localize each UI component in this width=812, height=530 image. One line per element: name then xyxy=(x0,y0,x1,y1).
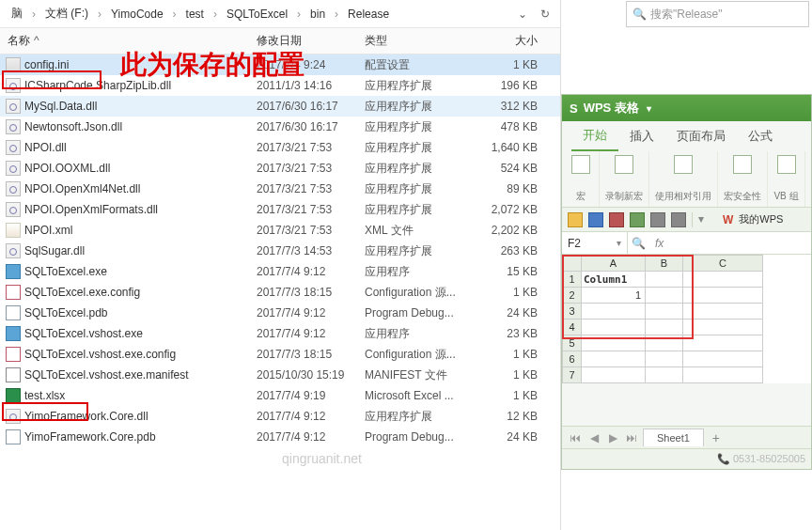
search-input[interactable]: 🔍 搜索"Release" xyxy=(626,1,809,27)
chevron-down-icon[interactable]: ▾ xyxy=(698,212,713,227)
file-size: 89 KB xyxy=(479,182,545,195)
save-icon[interactable] xyxy=(588,212,603,227)
ribbon-group[interactable]: 宏 xyxy=(562,151,600,207)
file-list: config.ini2017/7/4 9:24配置设置1 KBICSharpCo… xyxy=(0,55,560,447)
file-type: 应用程序扩展 xyxy=(357,78,479,94)
row-header[interactable]: 7 xyxy=(563,367,582,383)
file-row[interactable]: YimoFramework.Core.pdb2017/7/4 9:12Progr… xyxy=(0,427,560,447)
tab-页面布局[interactable]: 页面布局 xyxy=(665,122,737,150)
file-icon xyxy=(6,285,21,300)
grid-cell[interactable] xyxy=(683,367,763,383)
wps-spreadsheet: S WPS 表格 ▾ 开始插入页面布局公式 宏录制新宏使用相对引用宏安全性VB … xyxy=(561,94,812,470)
file-icon xyxy=(6,429,21,444)
title-dropdown-icon[interactable]: ▾ xyxy=(647,103,651,114)
ribbon-group[interactable]: 宏安全性 xyxy=(718,151,768,207)
wps-logo-icon: S xyxy=(570,101,578,116)
file-row[interactable]: SQLToExcel.exe2017/7/4 9:12应用程序15 KB xyxy=(0,261,560,282)
refresh-icon[interactable]: ↻ xyxy=(536,5,554,23)
grid-cell[interactable] xyxy=(582,367,646,383)
grid-cell[interactable] xyxy=(646,351,683,367)
grid-cell[interactable] xyxy=(683,320,763,335)
grid-cell[interactable] xyxy=(683,288,763,304)
add-sheet-icon[interactable]: + xyxy=(708,430,725,445)
name-box[interactable]: F2▾ xyxy=(562,232,628,254)
file-row[interactable]: test.xlsx2017/7/4 9:19Microsoft Excel ..… xyxy=(0,385,560,406)
file-row[interactable]: NPOI.xml2017/3/21 7:53XML 文件2,202 KB xyxy=(0,220,560,241)
file-size: 24 KB xyxy=(479,306,545,320)
file-date: 2017/3/21 7:53 xyxy=(249,162,357,175)
grid-cell[interactable] xyxy=(683,351,763,367)
file-row[interactable]: Newtonsoft.Json.dll2017/6/30 16:17应用程序扩展… xyxy=(0,117,560,137)
breadcrumb-item[interactable]: bin xyxy=(304,4,331,24)
file-icon xyxy=(6,305,21,320)
ribbon-icon xyxy=(777,155,796,174)
breadcrumb[interactable]: 脑›文档 (F:)›YimoCode›test›SQLToExcel›bin›R… xyxy=(0,0,560,28)
file-row[interactable]: NPOI.dll2017/3/21 7:53应用程序扩展1,640 KB xyxy=(0,137,560,158)
file-row[interactable]: SQLToExcel.exe.config2017/7/3 18:15Confi… xyxy=(0,282,560,303)
ribbon-group[interactable]: VB 组 xyxy=(768,151,805,207)
sheet-nav-last-icon[interactable]: ⏭ xyxy=(624,431,639,444)
file-row[interactable]: SqlSugar.dll2017/7/3 14:53应用程序扩展263 KB xyxy=(0,241,560,261)
tab-插入[interactable]: 插入 xyxy=(618,122,665,150)
redo-icon[interactable] xyxy=(671,212,686,227)
tab-开始[interactable]: 开始 xyxy=(571,121,618,151)
breadcrumb-item[interactable]: 脑 xyxy=(6,2,28,25)
file-size: 23 KB xyxy=(479,327,545,340)
file-date: 2017/7/3 18:15 xyxy=(249,348,357,361)
breadcrumb-item[interactable]: 文档 (F:) xyxy=(39,2,94,25)
ribbon-group[interactable]: 录制新宏 xyxy=(600,151,649,207)
file-row[interactable]: NPOI.OpenXmlFormats.dll2017/3/21 7:53应用程… xyxy=(0,199,560,220)
file-row[interactable]: MySql.Data.dll2017/6/30 16:17应用程序扩展312 K… xyxy=(0,96,560,117)
grid-cell[interactable] xyxy=(683,335,763,351)
grid-cell[interactable] xyxy=(683,272,763,288)
undo-icon[interactable] xyxy=(650,212,665,227)
file-icon xyxy=(6,409,21,424)
spreadsheet-grid[interactable]: ABC1Column12134567 xyxy=(562,255,811,383)
file-size: 15 KB xyxy=(479,265,545,278)
file-icon xyxy=(6,99,21,114)
sheet-nav-first-icon[interactable]: ⏮ xyxy=(568,431,583,444)
annotation-box-grid xyxy=(562,255,694,339)
file-row[interactable]: NPOI.OpenXml4Net.dll2017/3/21 7:53应用程序扩展… xyxy=(0,179,560,199)
fx-icon[interactable]: fx xyxy=(649,237,669,250)
breadcrumb-item[interactable]: SQLToExcel xyxy=(221,4,293,24)
row-header[interactable]: 6 xyxy=(563,351,582,367)
sheet-nav-next-icon[interactable]: ▶ xyxy=(605,431,620,444)
file-row[interactable]: SQLToExcel.pdb2017/7/4 9:12Program Debug… xyxy=(0,303,560,323)
breadcrumb-item[interactable]: YimoCode xyxy=(105,4,169,24)
open-icon[interactable] xyxy=(568,212,583,227)
dropdown-icon[interactable]: ⌄ xyxy=(513,5,532,23)
ribbon-label: VB 组 xyxy=(773,190,798,203)
file-type: 应用程序 xyxy=(357,264,479,280)
zoom-icon[interactable]: 🔍 xyxy=(628,237,649,250)
grid-cell[interactable] xyxy=(646,367,683,383)
sheet-tab[interactable]: Sheet1 xyxy=(643,429,704,446)
search-icon: 🔍 xyxy=(632,8,647,21)
mywps-label[interactable]: 我的WPS xyxy=(739,212,783,226)
file-row[interactable]: YimoFramework.Core.dll2017/7/4 9:12应用程序扩… xyxy=(0,406,560,427)
file-name: NPOI.OOXML.dll xyxy=(24,162,110,175)
preview-icon[interactable] xyxy=(630,212,645,227)
grid-cell[interactable] xyxy=(683,304,763,320)
file-row[interactable]: SQLToExcel.vshost.exe.config2017/7/3 18:… xyxy=(0,344,560,365)
header-type[interactable]: 类型 xyxy=(357,29,479,53)
ribbon-group[interactable]: 使用相对引用 xyxy=(649,151,718,207)
file-type: 应用程序扩展 xyxy=(357,140,479,156)
breadcrumb-sep-icon: › xyxy=(295,8,303,21)
breadcrumb-sep-icon: › xyxy=(96,8,103,21)
file-row[interactable]: SQLToExcel.vshost.exe.manifest2015/10/30… xyxy=(0,365,560,385)
namebox-dropdown-icon[interactable]: ▾ xyxy=(617,238,621,248)
breadcrumb-item[interactable]: test xyxy=(180,4,210,24)
header-size[interactable]: 大小 xyxy=(479,29,545,53)
file-size: 524 KB xyxy=(479,162,545,175)
sheet-nav-prev-icon[interactable]: ◀ xyxy=(586,431,601,444)
tab-公式[interactable]: 公式 xyxy=(737,122,784,150)
file-row[interactable]: SQLToExcel.vshost.exe2017/7/4 9:12应用程序23… xyxy=(0,323,560,344)
breadcrumb-item[interactable]: Release xyxy=(342,4,395,24)
ribbon-label: 录制新宏 xyxy=(605,190,643,203)
file-row[interactable]: NPOI.OOXML.dll2017/3/21 7:53应用程序扩展524 KB xyxy=(0,158,560,179)
file-name: YimoFramework.Core.dll xyxy=(24,410,148,423)
grid-cell[interactable] xyxy=(582,351,646,367)
print-icon[interactable] xyxy=(609,212,624,227)
col-header[interactable]: C xyxy=(683,256,763,272)
